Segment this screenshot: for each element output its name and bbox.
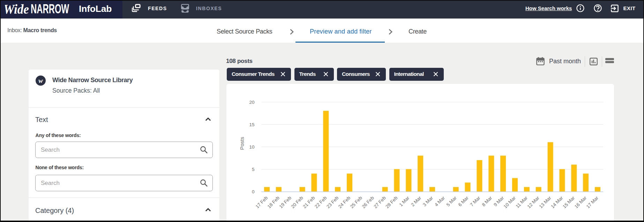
svg-text:w: w: [38, 77, 43, 84]
svg-text:5: 5: [252, 167, 255, 172]
svg-text:17 Mar: 17 Mar: [585, 195, 600, 209]
svg-text:16 Mar: 16 Mar: [574, 195, 588, 209]
svg-text:26 Feb: 26 Feb: [361, 195, 375, 209]
svg-text:23 Feb: 23 Feb: [325, 195, 339, 209]
svg-text:10 Mar: 10 Mar: [503, 195, 517, 209]
svg-text:22 Feb: 22 Feb: [314, 195, 328, 209]
svg-text:15 Mar: 15 Mar: [562, 195, 576, 209]
svg-text:28 Feb: 28 Feb: [384, 195, 398, 209]
svg-text:10: 10: [249, 144, 254, 150]
svg-text:20 Feb: 20 Feb: [290, 195, 304, 209]
svg-text:0: 0: [252, 189, 255, 194]
svg-text:Posts: Posts: [239, 137, 245, 150]
svg-text:18 Feb: 18 Feb: [267, 195, 280, 209]
svg-text:12 Mar: 12 Mar: [526, 195, 540, 209]
svg-text:11 Mar: 11 Mar: [515, 195, 529, 209]
svg-text:13 Mar: 13 Mar: [538, 195, 552, 209]
svg-text:7 Mar: 7 Mar: [469, 195, 481, 207]
svg-text:17 Feb: 17 Feb: [255, 195, 269, 209]
svg-text:3 Mar: 3 Mar: [422, 195, 434, 207]
svg-text:Wide: Wide: [5, 2, 29, 16]
svg-text:5 Mar: 5 Mar: [445, 195, 458, 207]
svg-text:2 Mar: 2 Mar: [410, 195, 422, 207]
svg-text:24 Feb: 24 Feb: [337, 195, 351, 209]
svg-text:27 Feb: 27 Feb: [373, 195, 387, 209]
svg-text:20: 20: [249, 100, 254, 105]
svg-text:6 Mar: 6 Mar: [457, 195, 470, 207]
svg-text:19 Feb: 19 Feb: [278, 195, 292, 209]
svg-text:21 Feb: 21 Feb: [302, 195, 316, 209]
svg-text:25 Feb: 25 Feb: [349, 195, 363, 209]
svg-text:14 Mar: 14 Mar: [550, 195, 564, 209]
svg-text:8 Mar: 8 Mar: [481, 195, 493, 207]
svg-text:4 Mar: 4 Mar: [434, 195, 446, 207]
svg-text:15: 15: [249, 122, 254, 127]
svg-text:1 Mar: 1 Mar: [398, 195, 410, 207]
svg-text:NARROW: NARROW: [31, 2, 69, 16]
